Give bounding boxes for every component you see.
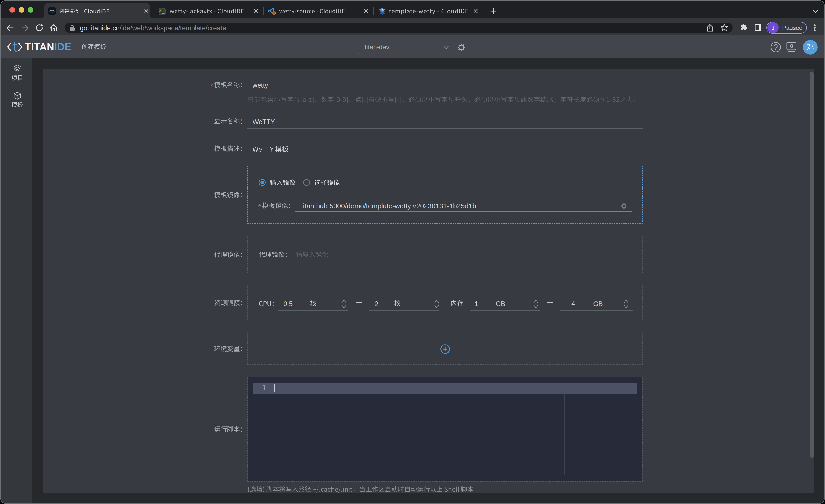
svg-text:JS: JS [273,12,276,14]
